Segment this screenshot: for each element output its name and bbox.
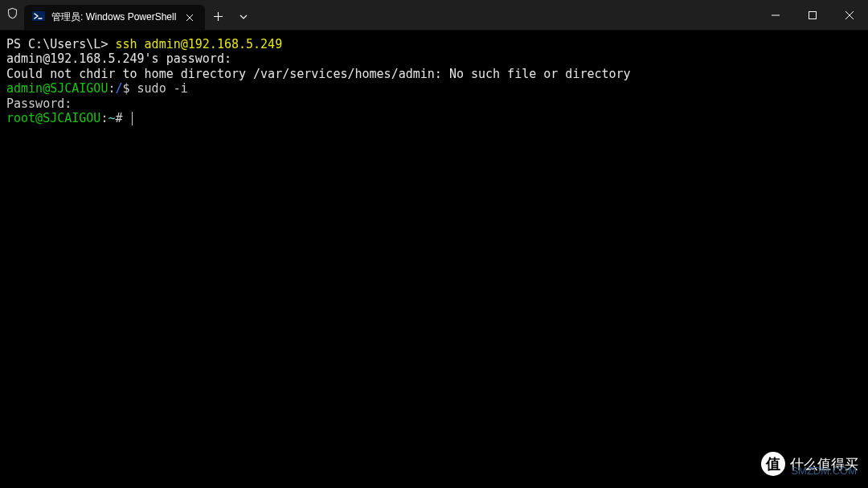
window-controls: [757, 3, 868, 27]
svg-rect-1: [809, 11, 817, 18]
terminal-line: admin@SJCAIGOU:/$ sudo -i: [6, 81, 862, 96]
svg-rect-0: [32, 11, 45, 21]
terminal-output[interactable]: PS C:\Users\L> ssh admin@192.168.5.249 a…: [0, 31, 868, 133]
watermark-badge-icon: 值: [761, 452, 785, 476]
tab-close-button[interactable]: [182, 10, 197, 25]
terminal-line: admin@192.168.5.249's password:: [6, 51, 862, 66]
minimize-button[interactable]: [757, 3, 794, 27]
terminal-line: Password:: [6, 96, 862, 111]
shield-icon: [6, 7, 18, 23]
tab-title: 管理员: Windows PowerShell: [51, 10, 176, 24]
uac-shield-area: [0, 0, 24, 30]
terminal-line: root@SJCAIGOU:~#: [6, 111, 862, 125]
powershell-icon: [32, 10, 45, 26]
watermark-subtext: SMZDM.COM: [791, 465, 857, 477]
tab-dropdown-button[interactable]: [231, 4, 256, 30]
titlebar: 管理员: Windows PowerShell: [0, 0, 868, 31]
cursor: [132, 112, 133, 125]
terminal-line: Could not chdir to home directory /var/s…: [6, 67, 862, 81]
close-window-button[interactable]: [831, 3, 868, 27]
active-tab[interactable]: 管理员: Windows PowerShell: [24, 5, 205, 31]
new-tab-button[interactable]: [205, 4, 231, 30]
terminal-line: PS C:\Users\L> ssh admin@192.168.5.249: [6, 37, 862, 51]
maximize-button[interactable]: [794, 3, 831, 27]
